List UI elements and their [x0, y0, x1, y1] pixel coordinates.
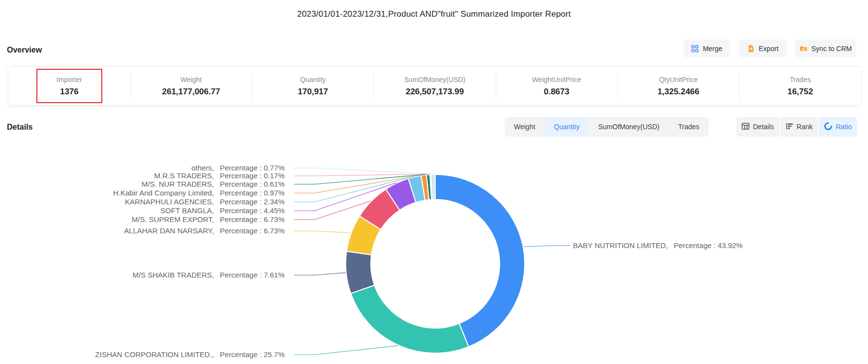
pie-label: M/S SHAKIB TRADERS,Percentage : 7.61% — [0, 270, 294, 280]
pie-label-line — [294, 346, 398, 355]
importer-report-page: 2023/01/01-2023/12/31,Product AND"fruit"… — [0, 0, 868, 364]
pie-label-name: H.Kabir And Company Limited, — [113, 188, 214, 198]
donut-chart-svg — [0, 0, 868, 364]
pie-label-name: SOFT BANGLA, — [160, 206, 214, 216]
pie-label-name: ZISHAN CORPORATION LIMITED., — [95, 350, 214, 360]
stat-value: 170,917 — [252, 87, 374, 97]
pie-label: M.R.S TRADERS,Percentage : 0.17% — [0, 171, 294, 181]
pie-label-name: M/S. SUPREM EXPORT, — [132, 215, 214, 224]
stat-label: Trades — [739, 76, 861, 84]
sync-to-crm-button[interactable]: Sync to CRM — [795, 39, 856, 57]
pie-label-percentage: Percentage : 4.45% — [220, 206, 294, 216]
stat-qtyunitprice: QtyUnitPrice1,325.2466 — [618, 74, 740, 99]
sync-crm-icon — [800, 45, 808, 53]
pie-label: M/S. NUR TRADERS,Percentage : 0.61% — [0, 179, 294, 189]
stat-value: 0.8673 — [496, 87, 618, 97]
stat-value: 16,752 — [739, 87, 861, 97]
pie-label-name: M/S. NUR TRADERS, — [142, 179, 214, 189]
stat-sumofmoney-usd-: SumOfMoney(USD)226,507,173.99 — [374, 74, 496, 99]
pie-label-percentage: Percentage : 25.7% — [220, 350, 294, 360]
importer-ratio-donut-chart: BABY NUTRITION LIMITED,Percentage : 43.9… — [0, 0, 868, 364]
pie-label: H.Kabir And Company Limited,Percentage :… — [0, 188, 294, 198]
overview-stats-card: Importer1376Weight261,177,006.77Quantity… — [8, 66, 862, 106]
stat-label: Importer — [8, 76, 130, 84]
export-icon — [747, 45, 755, 53]
pie-label-percentage: Percentage : 7.61% — [220, 270, 294, 280]
pie-label: KARNAPHULI AGENCIES,Percentage : 2.34% — [0, 197, 294, 207]
tab-ratio[interactable]: Ratio — [819, 117, 857, 137]
highlight-red-box — [36, 69, 102, 103]
details-heading: Details — [7, 123, 32, 132]
pie-label-percentage: Percentage : 0.61% — [220, 179, 294, 189]
stat-value: 1376 — [8, 87, 130, 97]
pie-label: BABY NUTRITION LIMITED,Percentage : 43.9… — [573, 241, 743, 251]
view-tab-group: DetailsRankRatio — [736, 117, 857, 137]
pie-label: M/S. SUPREM EXPORT,Percentage : 6.73% — [0, 215, 294, 224]
pie-label-percentage: Percentage : 0.17% — [220, 171, 294, 181]
pie-label-line — [294, 168, 433, 174]
merge-icon — [691, 45, 699, 53]
tab-sumofmoney-usd-[interactable]: SumOfMoney(USD) — [589, 117, 668, 137]
pie-segment[interactable] — [346, 252, 374, 294]
pie-label: others,Percentage : 0.77% — [0, 163, 294, 173]
stat-value: 1,325.2466 — [618, 87, 740, 97]
ratio-icon — [824, 122, 832, 132]
tab-label: Ratio — [836, 123, 852, 131]
pie-label-name: M/S SHAKIB TRADERS, — [132, 270, 214, 280]
table-icon — [742, 123, 749, 131]
pie-label-name: others, — [191, 163, 214, 173]
tab-weight[interactable]: Weight — [505, 117, 544, 137]
stat-value: 226,507,173.99 — [374, 87, 496, 97]
stat-weightunitprice: WeightUnitPrice0.8673 — [496, 74, 618, 99]
stat-importer: Importer1376 — [8, 74, 130, 99]
pie-label-percentage: Percentage : 2.34% — [220, 197, 294, 207]
button-label: Sync to CRM — [811, 45, 852, 53]
stat-quantity: Quantity170,917 — [252, 74, 374, 99]
pie-label-line — [294, 273, 346, 275]
pie-label-line — [524, 246, 570, 247]
tab-quantity[interactable]: Quantity — [544, 117, 589, 137]
page-title: 2023/01/01-2023/12/31,Product AND"fruit"… — [0, 9, 868, 19]
tab-label: Details — [753, 123, 774, 131]
export-button[interactable]: Export — [739, 39, 786, 57]
pie-label: ALLAHAR DAN NARSARY,Percentage : 6.73% — [0, 226, 294, 236]
pie-label: ZISHAN CORPORATION LIMITED.,Percentage :… — [0, 350, 294, 360]
stat-label: Weight — [130, 76, 252, 84]
button-label: Merge — [703, 45, 722, 53]
stat-value: 261,177,006.77 — [130, 87, 252, 97]
tab-label: Rank — [797, 123, 813, 131]
pie-label-name: BABY NUTRITION LIMITED, — [573, 241, 668, 251]
stat-label: Quantity — [252, 76, 374, 84]
pie-label-line — [294, 231, 351, 233]
stat-weight: Weight261,177,006.77 — [130, 74, 252, 99]
tab-details[interactable]: Details — [736, 117, 779, 137]
stat-label: SumOfMoney(USD) — [374, 76, 496, 84]
button-label: Export — [759, 45, 778, 53]
pie-label-percentage: Percentage : 0.97% — [220, 188, 294, 198]
pie-label-percentage: Percentage : 0.77% — [220, 163, 294, 173]
tab-rank[interactable]: Rank — [780, 117, 818, 137]
pie-label-percentage: Percentage : 6.73% — [220, 226, 294, 236]
pie-label-name: ALLAHAR DAN NARSARY, — [124, 226, 214, 236]
pie-label-name: M.R.S TRADERS, — [154, 171, 214, 181]
stat-label: WeightUnitPrice — [496, 76, 618, 84]
pie-label: SOFT BANGLA,Percentage : 4.45% — [0, 206, 294, 216]
stat-trades: Trades16,752 — [739, 74, 861, 99]
rank-icon — [786, 123, 793, 131]
pie-label-name: KARNAPHULI AGENCIES, — [125, 197, 214, 207]
pie-label-percentage: Percentage : 6.73% — [220, 215, 294, 224]
metric-tab-group: WeightQuantitySumOfMoney(USD)Trades — [505, 117, 709, 137]
pie-segment[interactable] — [435, 174, 525, 347]
tab-trades[interactable]: Trades — [669, 117, 709, 137]
pie-segment[interactable] — [431, 174, 435, 199]
merge-button[interactable]: Merge — [684, 39, 730, 57]
pie-label-percentage: Percentage : 43.92% — [674, 241, 743, 251]
stat-label: QtyUnitPrice — [618, 76, 740, 84]
pie-segment[interactable] — [351, 285, 469, 353]
pie-label-line — [294, 174, 430, 176]
overview-heading: Overview — [7, 46, 42, 55]
